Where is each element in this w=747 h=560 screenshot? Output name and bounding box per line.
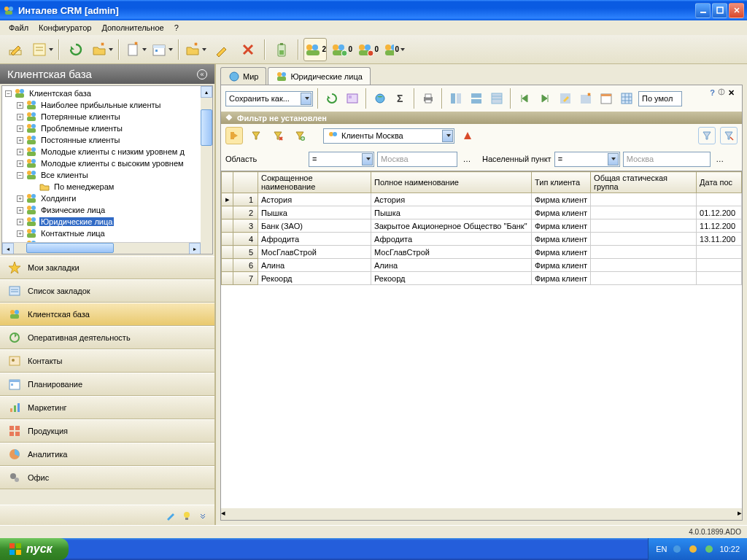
table-row[interactable]: 5МосГлавСтройМосГлавСтройФирма клиент — [222, 246, 742, 259]
layout3-button[interactable] — [488, 90, 506, 107]
tree-item[interactable]: +Потерянные клиенты — [4, 111, 211, 122]
table-row[interactable]: ▸1АсторияАсторияФирма клиент — [222, 193, 742, 206]
tool-new-folder[interactable] — [90, 38, 114, 61]
grid-header[interactable]: Общая статическая группа — [591, 172, 697, 193]
filter-funnel-right1[interactable] — [698, 127, 716, 144]
grid-view-button[interactable] — [618, 90, 635, 107]
tree-item[interactable]: −Все клиенты — [4, 169, 211, 181]
tab-close-icon[interactable]: ✕ — [728, 88, 735, 98]
nav-item-bars[interactable]: Маркетинг — [0, 396, 214, 419]
tool-pencil[interactable] — [210, 38, 233, 61]
data-grid[interactable]: Сокращенное наименованиеПолное наименова… — [221, 171, 742, 520]
tree-vscroll[interactable]: ▴ — [201, 86, 212, 254]
maximize-button[interactable] — [712, 3, 727, 18]
edit-grid-button[interactable] — [557, 90, 574, 107]
tray-icon-3[interactable] — [703, 543, 715, 555]
tray-icon-2[interactable] — [687, 543, 699, 555]
grid-header[interactable]: Сокращенное наименование — [258, 172, 371, 193]
tool-group-3[interactable]: 0 — [356, 38, 379, 61]
filter-funnel-remove[interactable] — [269, 127, 287, 144]
tray-icon-1[interactable] — [671, 543, 683, 555]
region-marker[interactable] — [459, 127, 476, 144]
footer-chevrons-icon[interactable] — [197, 510, 209, 521]
filter-city-op-combo[interactable]: = — [554, 152, 620, 167]
grid-header[interactable] — [222, 172, 233, 193]
filter-funnel-add[interactable] — [291, 127, 309, 144]
filter-funnel-right2[interactable] — [720, 127, 738, 144]
close-button[interactable] — [729, 3, 744, 18]
filter-editbtn1[interactable]: … — [460, 150, 473, 168]
table-row[interactable]: 3Банк (ЗАО)Закрытое Акционерное Общество… — [222, 219, 742, 233]
grid-hscroll[interactable]: ◂▸ — [221, 508, 742, 520]
tree-item[interactable]: +Проблемные клиенты — [4, 122, 211, 134]
tab-help-icon[interactable]: ? — [710, 88, 715, 98]
tool-new-doc[interactable] — [124, 38, 147, 61]
filter-op-combo[interactable]: = — [309, 152, 374, 167]
tool-group-4[interactable]: 0 — [382, 38, 406, 61]
tool-group-1[interactable]: 2 — [303, 38, 327, 61]
nav-item-grid[interactable]: Продукция — [0, 419, 214, 443]
footer-bulb-icon[interactable] — [181, 510, 193, 521]
lang-indicator[interactable]: EN — [656, 545, 667, 553]
tree-item[interactable]: По менеджерам — [4, 181, 211, 192]
table-row[interactable]: 2ПышкаПышкаФирма клиент01.12.200 — [222, 206, 742, 219]
menu-file[interactable]: Файл — [4, 22, 33, 34]
filter-val-input[interactable]: Москва — [377, 152, 457, 167]
nav-item-calendar[interactable]: Планирование — [0, 373, 214, 396]
region-combo[interactable]: Клиенты Москва — [323, 128, 454, 144]
tab-globe[interactable]: Мир — [220, 67, 266, 85]
tool-group-2[interactable]: 0 — [330, 38, 353, 61]
nav-last-button[interactable] — [536, 90, 554, 107]
nav-item-contact[interactable]: Контакты — [0, 349, 214, 373]
filter-editbtn2[interactable]: … — [713, 150, 727, 168]
tab-people[interactable]: Юридические лица — [268, 67, 370, 85]
tool-edit[interactable] — [4, 38, 28, 61]
tree-hscroll[interactable]: ◂▸ — [2, 242, 201, 254]
sum-button[interactable]: Σ — [392, 90, 409, 107]
tree-item[interactable]: +Холдинги — [4, 192, 211, 204]
nav-item-list[interactable]: Список закладок — [0, 279, 214, 303]
save-as-combo[interactable]: Сохранить как... — [225, 91, 313, 106]
tool-refresh[interactable] — [64, 38, 88, 61]
tree-item[interactable]: +Молодые клиенты с высоким уровнем — [4, 158, 211, 169]
menu-config[interactable]: Конфигуратор — [34, 22, 96, 34]
clock[interactable]: 10:22 — [719, 545, 740, 553]
layout1-button[interactable] — [447, 90, 465, 107]
refresh-button[interactable] — [323, 90, 341, 107]
print-button[interactable] — [419, 90, 437, 107]
nav-item-cycle[interactable]: Оперативная деятельность — [0, 326, 214, 349]
table-row[interactable]: 6АлинаАлинаФирма клиент — [222, 259, 742, 272]
tool-note[interactable] — [31, 38, 54, 61]
start-button[interactable]: пуск — [0, 538, 69, 560]
menu-extra[interactable]: Дополнительное — [97, 22, 168, 34]
tool-battery[interactable] — [270, 38, 293, 61]
layout2-button[interactable] — [468, 90, 485, 107]
tree-item[interactable]: +Постоянные клиенты — [4, 134, 211, 146]
tab-unpin-icon[interactable] — [718, 88, 725, 98]
tool-folder-open[interactable] — [184, 38, 207, 61]
nav-item-people[interactable]: Клиентская база — [0, 303, 214, 326]
globe-button[interactable] — [371, 90, 389, 107]
tree-item[interactable]: +Физические лица — [4, 204, 211, 216]
sidebar-collapse-button[interactable]: « — [197, 69, 207, 79]
table-row[interactable]: 4АфродитаАфродитаФирма клиент13.11.200 — [222, 233, 742, 246]
tree-item[interactable]: +Молодые клиенты с низким уровнем д — [4, 146, 211, 158]
date-grid-button[interactable] — [597, 90, 615, 107]
footer-edit-icon[interactable] — [165, 510, 177, 521]
menu-help[interactable]: ? — [170, 22, 183, 34]
tool-delete[interactable] — [236, 38, 260, 61]
tool-calendar[interactable] — [150, 38, 174, 61]
tree-item[interactable]: +Юридические лица — [4, 216, 211, 228]
grid-header[interactable] — [233, 172, 258, 193]
table-row[interactable]: 7РекоордРекоордФирма клиент — [222, 272, 742, 285]
filter-chevron-icon[interactable]: ❖ — [225, 113, 233, 122]
minimize-button[interactable] — [695, 3, 711, 18]
grid-header[interactable]: Полное наименование — [371, 172, 532, 193]
filter-funnel[interactable] — [247, 127, 265, 144]
filter-city-val-input[interactable]: Москва — [623, 152, 711, 167]
grid-header[interactable]: Тип клиента — [532, 172, 591, 193]
tree-item[interactable]: +Контактные лица — [4, 228, 211, 239]
nav-item-star[interactable]: Мои закладки — [0, 256, 214, 279]
nav-first-button[interactable] — [516, 90, 533, 107]
nav-item-gears[interactable]: Офис — [0, 466, 214, 489]
